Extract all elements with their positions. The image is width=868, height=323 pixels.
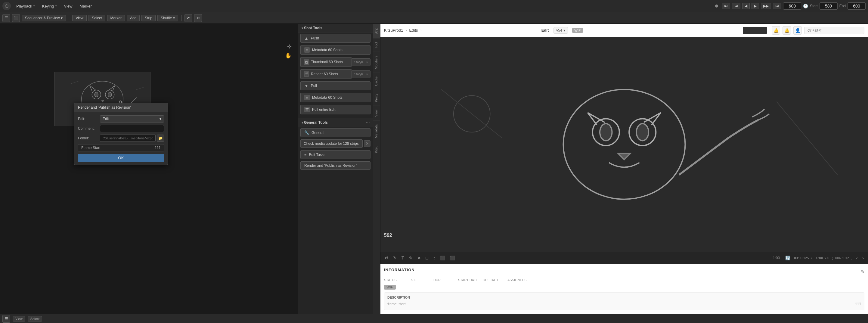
folder-browse-btn[interactable]: 📁 — [157, 135, 164, 142]
record-indicator — [715, 4, 718, 7]
add-menu-btn[interactable]: Add — [127, 15, 140, 21]
shot-tools-title: Shot Tools — [304, 26, 365, 30]
metadata-push-btn[interactable]: ≡ Metadata 60 Shots — [300, 45, 371, 55]
col-est: EST. — [409, 278, 430, 282]
media-check-close-btn[interactable]: ✕ — [364, 140, 371, 147]
preview-text-btn[interactable]: T — [400, 255, 405, 261]
view-icon-btn[interactable]: 👁 — [185, 14, 192, 22]
side-tab-kitsu[interactable]: Kitsu — [373, 142, 380, 156]
push-btn[interactable]: ▲ Push — [300, 34, 371, 43]
media-check-btn[interactable]: Check media update for 128 strips — [300, 139, 363, 148]
render-dropdown-btn[interactable]: Storyb... ▾ — [351, 70, 371, 78]
preview-viewport[interactable]: 592 ↺ ↻ T ✎ ✕ □ ↕ ⬛ ⬛ 1:00 🔄 00:00.125 /… — [380, 37, 868, 264]
dialog-edit-row: Edit: Edit ▾ — [78, 115, 164, 122]
side-tab-proxy[interactable]: Proxy — [373, 90, 380, 106]
frame-end-display[interactable]: 600 — [847, 2, 866, 10]
shot-tools-dots: ⋯ — [366, 26, 370, 30]
kitsu-search-input[interactable] — [804, 27, 864, 34]
kitsu-user-icon[interactable]: 👤 — [793, 26, 802, 35]
sequencer-preview-btn[interactable]: Sequencer & Preview ▾ — [22, 15, 66, 21]
general-btn[interactable]: 🔧 General — [300, 128, 371, 137]
menu-marker[interactable]: Marker — [76, 3, 94, 10]
thumbnail-btn-group: 🖼 Thumbnail 60 Shots Storyb... ▾ — [300, 57, 371, 67]
menu-keying[interactable]: Keying ▾ — [39, 3, 60, 10]
info-desc-title: Description — [388, 296, 861, 299]
col-due-date: DUE DATE — [483, 278, 504, 282]
side-tab-modifiers[interactable]: Modifiers — [373, 52, 380, 73]
app-logo[interactable]: ⬡ — [2, 2, 11, 10]
render-main-btn[interactable]: 🎬 Render 60 Shots — [300, 69, 351, 79]
current-frame-display[interactable]: 600 — [783, 2, 801, 10]
dialog-edit-select[interactable]: Edit ▾ — [100, 115, 164, 122]
side-tab-strip[interactable]: Strip — [373, 24, 380, 38]
general-tools-header[interactable]: ▼ General Tools ⋯ — [298, 118, 373, 127]
shot-tools-arrow: ▼ — [301, 27, 304, 30]
settings-icon-btn[interactable]: ⚙ — [194, 14, 202, 22]
dialog-comment-row: Comment: — [78, 125, 164, 132]
shuffle-btn[interactable]: Shuffle ▾ — [157, 15, 178, 21]
view-menu-btn[interactable]: View — [72, 15, 87, 21]
menu-view[interactable]: View — [61, 3, 75, 10]
dialog-folder-row: Folder: 📁 — [78, 135, 164, 142]
dialog-frame-start-row[interactable]: Frame Start 111 — [78, 144, 164, 151]
kitsu-notify-icon[interactable]: 🔔 — [772, 26, 780, 35]
side-tab-cache[interactable]: Cache — [373, 72, 380, 90]
side-tab-view[interactable]: View — [373, 106, 380, 120]
preview-redo-btn[interactable]: ↻ — [392, 255, 398, 261]
hand-icon[interactable]: ✋ — [285, 52, 292, 59]
preview-nav-next[interactable]: › — [861, 255, 865, 261]
pull-entire-label: Pull entire Edit — [312, 108, 335, 112]
crosshair-icon[interactable]: ✛ — [287, 43, 292, 50]
preview-toggle-btn[interactable]: ⬛ — [12, 14, 20, 22]
info-edit-icon[interactable]: ✎ — [861, 269, 864, 274]
side-tab-metadata[interactable]: Metadata — [373, 120, 380, 142]
strip-menu-btn[interactable]: Strip — [142, 15, 156, 21]
transport-step-back[interactable]: ◀ — [742, 3, 750, 9]
kitsu-bell-icon[interactable]: 🔔 — [782, 26, 791, 35]
dialog-folder-input[interactable] — [100, 135, 156, 142]
frame-start-display[interactable]: 589 — [819, 2, 838, 10]
render-publish-btn[interactable]: Render and 'Publish as Revision' — [300, 162, 371, 170]
app-menu-btn[interactable]: ☰ — [2, 14, 10, 22]
preview-rect-btn[interactable]: □ — [425, 255, 430, 261]
dialog-folder-label: Folder: — [78, 136, 97, 140]
transport-skip-start[interactable]: ⏮ — [722, 3, 730, 9]
edit-tasks-btn[interactable]: ≡ Edit Tasks — [300, 150, 371, 159]
select-menu-btn[interactable]: Select — [89, 15, 105, 21]
dialog-comment-input[interactable] — [100, 125, 164, 132]
bottom-menu-icon[interactable]: ☰ — [2, 315, 10, 323]
preview-nav-prev[interactable]: ‹ — [855, 255, 859, 261]
thumbnail-dropdown-arrow: ▾ — [366, 60, 368, 64]
transport-prev[interactable]: ⏭ — [732, 3, 740, 9]
thumbnail-dropdown-btn[interactable]: Storyb... ▾ — [351, 58, 371, 66]
side-tab-tool[interactable]: Tool — [373, 38, 380, 52]
bottom-view-btn[interactable]: View — [13, 316, 25, 322]
preview-resize-btn[interactable]: ↕ — [432, 255, 436, 261]
kitsu-action-btn[interactable] — [743, 27, 767, 34]
breadcrumb-project[interactable]: KitsuProd1 — [384, 28, 403, 32]
marker-menu-btn[interactable]: Marker — [107, 15, 125, 21]
thumbnail-label: Thumbnail 60 Shots — [311, 60, 343, 64]
preview-draw-btn[interactable]: ✎ — [408, 255, 414, 261]
preview-view2-btn[interactable]: ⬛ — [449, 255, 456, 261]
preview-undo-btn[interactable]: ↺ — [383, 255, 390, 261]
sequencer-viewport[interactable]: ✛ ✋ — [0, 24, 298, 314]
shot-tools-header[interactable]: ▼ Shot Tools ⋯ — [298, 24, 373, 32]
transport-step-fwd[interactable]: ▶▶ — [761, 3, 771, 9]
pull-metadata-btn[interactable]: ≡ Metadata 60 Shots — [300, 93, 371, 102]
svg-point-4 — [94, 92, 98, 97]
transport-play[interactable]: ▶ — [751, 3, 759, 9]
pull-btn[interactable]: ▼ Pull — [300, 81, 371, 90]
preview-view1-btn[interactable]: ⬛ — [439, 255, 446, 261]
preview-close-btn[interactable]: ✕ — [416, 255, 422, 261]
kitsu-version-select[interactable]: v54 ▾ — [554, 27, 568, 34]
col-assignees: ASSIGNEES — [507, 278, 528, 282]
preview-refresh-btn[interactable]: 🔄 — [784, 255, 792, 261]
bottom-select-btn[interactable]: Select — [28, 316, 42, 322]
breadcrumb-section[interactable]: Edits — [409, 28, 418, 32]
menu-playback[interactable]: Playback ▾ — [13, 3, 38, 10]
pull-entire-btn[interactable]: 🎬 Pull entire Edit — [300, 105, 371, 114]
transport-skip-end[interactable]: ⏭ — [773, 3, 781, 9]
dialog-ok-button[interactable]: OK — [78, 154, 164, 162]
thumbnail-main-btn[interactable]: 🖼 Thumbnail 60 Shots — [300, 57, 351, 67]
